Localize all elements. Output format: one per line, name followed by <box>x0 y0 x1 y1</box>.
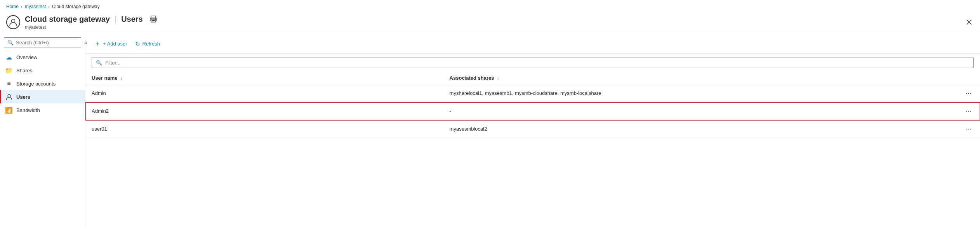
sidebar-item-storage-accounts[interactable]: ≡ Storage accounts <box>0 77 85 90</box>
sidebar-item-bandwidth[interactable]: 📶 Bandwidth <box>0 103 85 117</box>
svg-rect-5 <box>152 21 154 21</box>
sidebar-item-users-label: Users <box>16 94 30 100</box>
table-row[interactable]: Admin mysharelocal1, myasesmb1, mysmb-cl… <box>85 84 980 102</box>
cell-username: Admin2 <box>85 102 443 120</box>
page-title: Cloud storage gateway | Users <box>25 14 960 24</box>
sidebar-item-users[interactable]: Users <box>0 90 85 103</box>
more-button[interactable]: ··· <box>963 124 974 134</box>
search-input[interactable] <box>16 40 81 45</box>
storage-icon: ≡ <box>5 80 12 87</box>
cloud-icon: ☁ <box>5 54 12 61</box>
col-header-username[interactable]: User name ↕ <box>85 72 443 84</box>
add-user-button[interactable]: ＋ + Add user <box>92 38 130 49</box>
search-icon: 🔍 <box>7 40 14 45</box>
main-layout: 🔍 « ☁ Overview 📁 Shares ≡ Storage accoun… <box>0 34 980 229</box>
cell-shares: mysharelocal1, myasesmb1, mysmb-cloudsha… <box>443 84 935 102</box>
cell-shares: - <box>443 102 935 120</box>
sidebar-item-shares-label: Shares <box>16 68 32 73</box>
add-icon: ＋ <box>95 40 101 47</box>
add-user-label: + Add user <box>103 41 127 47</box>
breadcrumb-sep2: › <box>48 4 50 9</box>
sidebar-item-shares[interactable]: 📁 Shares <box>0 64 85 77</box>
filter-icon: 🔍 <box>96 60 102 66</box>
avatar <box>6 15 20 29</box>
filter-input[interactable] <box>105 60 970 66</box>
page-header: Cloud storage gateway | Users myasetest <box>0 12 980 34</box>
sidebar: 🔍 « ☁ Overview 📁 Shares ≡ Storage accoun… <box>0 34 85 229</box>
refresh-label: Refresh <box>142 41 160 47</box>
sidebar-item-overview-label: Overview <box>16 54 37 60</box>
more-button[interactable]: ··· <box>963 88 974 98</box>
breadcrumb-home[interactable]: Home <box>6 4 19 9</box>
cell-shares: myasesmblocal2 <box>443 120 935 138</box>
breadcrumb-myasetest[interactable]: myasetest <box>25 4 46 9</box>
search-box[interactable]: 🔍 « <box>4 37 81 47</box>
col-header-shares[interactable]: Associated shares ↕ <box>443 72 935 84</box>
svg-point-9 <box>8 94 10 97</box>
col-header-actions <box>935 72 980 84</box>
refresh-button[interactable]: ↻ Refresh <box>132 38 163 49</box>
folder-icon: 📁 <box>5 67 12 74</box>
users-icon <box>5 93 12 100</box>
svg-point-6 <box>155 19 156 19</box>
content-area: ＋ + Add user ↻ Refresh 🔍 User name ↕ <box>85 34 980 229</box>
title-divider: | <box>115 15 116 24</box>
more-button[interactable]: ··· <box>963 106 974 116</box>
filter-bar[interactable]: 🔍 <box>92 58 974 68</box>
svg-rect-1 <box>151 16 156 19</box>
username-sort-icon: ↕ <box>120 76 122 80</box>
users-table: User name ↕ Associated shares ↕ Admin my… <box>85 72 980 138</box>
table-container: User name ↕ Associated shares ↕ Admin my… <box>85 72 980 229</box>
cell-actions: ··· <box>935 102 980 120</box>
page-title-section: Users <box>121 15 143 24</box>
breadcrumb-current: Cloud storage gateway <box>52 4 100 9</box>
refresh-icon: ↻ <box>135 40 140 47</box>
sidebar-item-storage-accounts-label: Storage accounts <box>16 81 56 87</box>
header-actions <box>964 17 974 27</box>
toolbar: ＋ + Add user ↻ Refresh <box>85 34 980 54</box>
table-row[interactable]: Admin2 - ··· <box>85 102 980 120</box>
cell-username: user01 <box>85 120 443 138</box>
page-title-main: Cloud storage gateway <box>25 15 110 24</box>
breadcrumb-sep1: › <box>21 4 23 9</box>
print-button[interactable] <box>148 14 158 24</box>
sidebar-item-overview[interactable]: ☁ Overview <box>0 51 85 64</box>
bandwidth-icon: 📶 <box>5 107 12 114</box>
shares-sort-icon: ↕ <box>497 76 499 80</box>
page-header-text: Cloud storage gateway | Users myasetest <box>25 14 960 30</box>
cell-actions: ··· <box>935 120 980 138</box>
cell-username: Admin <box>85 84 443 102</box>
svg-point-0 <box>12 19 15 23</box>
close-button[interactable] <box>964 17 974 27</box>
table-row[interactable]: user01 myasesmblocal2 ··· <box>85 120 980 138</box>
cell-actions: ··· <box>935 84 980 102</box>
breadcrumb: Home › myasetest › Cloud storage gateway <box>0 0 980 12</box>
svg-rect-4 <box>152 20 155 21</box>
page-subtitle: myasetest <box>25 24 960 30</box>
sidebar-nav: ☁ Overview 📁 Shares ≡ Storage accounts U… <box>0 51 85 117</box>
sidebar-item-bandwidth-label: Bandwidth <box>16 107 40 113</box>
